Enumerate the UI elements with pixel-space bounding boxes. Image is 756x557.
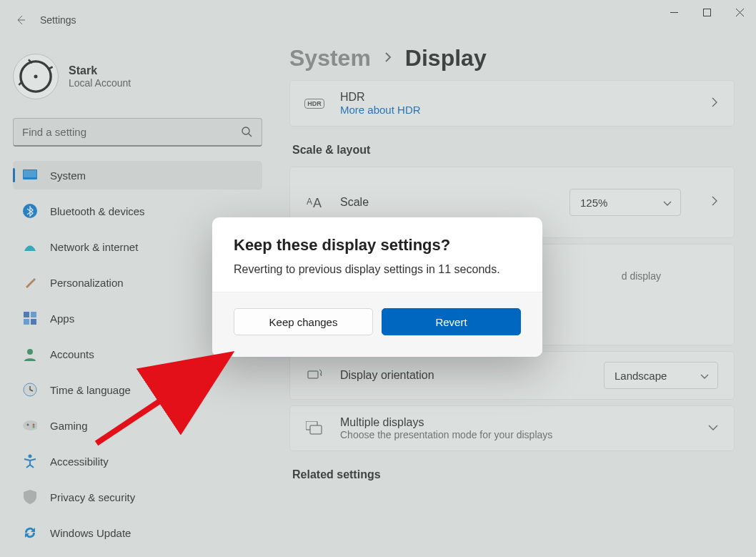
dialog-message: Reverting to previous display settings i… [234,263,521,276]
confirm-dialog: Keep these display settings? Reverting t… [212,217,542,357]
keep-changes-button[interactable]: Keep changes [234,308,373,335]
dialog-title: Keep these display settings? [234,236,521,255]
revert-button[interactable]: Revert [382,308,521,335]
